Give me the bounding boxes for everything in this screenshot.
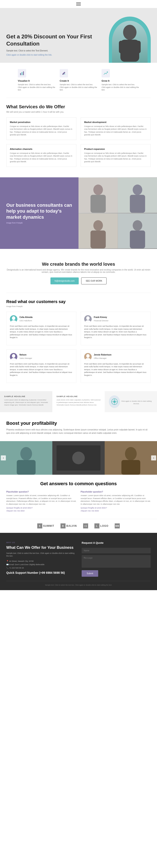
svg-rect-40 [17,460,36,475]
market-img-2 [118,177,157,213]
market-source: Image from Freepik [6,222,72,224]
author-3-info: Jennie Robertson Office Manager [94,353,111,360]
svg-point-18 [132,220,142,231]
form-name-input[interactable] [82,548,151,553]
sample-col-3: Click again or double click to start edi… [105,391,157,412]
author-0-name: Celia Almeda [19,316,33,318]
email-button[interactable]: hi@designstudio.com [50,277,79,284]
sample-headline-1: SAMPLE HEADLINE [4,395,48,398]
market-image-grid [79,177,157,249]
hero-title: Get a 20% Discount on Your First Consult… [6,33,109,48]
market-img-3 [79,213,118,249]
footer-left: WHY US What Can We Offer for Your Busine… [6,541,75,577]
hero-link[interactable]: Click again or double-click to start edi… [6,54,52,56]
footer-address: 📍 44 Street, Newark City, NY90 [6,560,75,562]
author-1: Frank Kinney Financial Director [84,315,147,323]
svg-rect-3 [136,41,141,53]
brands-description: Designstudio is an international brand a… [6,269,151,273]
gallery-img-2 [52,441,105,475]
address-icon: 📍 [6,560,9,562]
avatar-1 [84,315,92,323]
phone-icon: 📞 [6,567,9,569]
author-3-role: Office Manager [94,357,107,359]
faq-0-link-1[interactable]: Aliquam nec nisi dolor [6,510,76,512]
svg-point-30 [86,354,90,358]
footer-top: WHY US What Can We Offer for Your Busine… [6,541,151,577]
testimonial-2: Nelson Sales Manager Proin sed libero en… [6,349,76,383]
svg-point-24 [86,316,90,320]
navbar [0,0,157,8]
form-message-input[interactable] [82,555,151,568]
svg-rect-16 [90,230,106,248]
sample-col-2: SAMPLE HEADLINE Justo donec enim diam vu… [52,391,105,412]
svg-point-27 [12,354,15,358]
logo-balvin: B BALVIN [61,523,77,528]
service-1-title: Market development [84,121,147,123]
testimonial-0: Celia Almeda CEO Halciform Proin sed lib… [6,312,76,345]
author-0-role: CEO Halciform [19,320,32,322]
hero-image-placeholder [112,21,148,63]
sample-icon-circle [109,395,120,408]
market-headline: Our business consultants can help you ad… [6,202,72,220]
testimonials-title: Read what our customers say [6,299,151,304]
faq-1-link-0[interactable]: Quisque fringilla sit amet dolor? [81,507,151,509]
gallery-item-1 [0,441,52,475]
footer-email-text: Email: Don't Look Even Slightly Believab… [9,563,45,566]
author-1-info: Frank Kinney Financial Director [94,316,109,322]
svg-point-21 [12,316,15,320]
avatar-3 [84,353,92,361]
logo-summit-name: SUMMIT [43,524,54,527]
feature-grow: Grow It Sample text. Click to select the… [102,69,139,91]
service-product-expansion: Product expansion Congue ac consequat ac… [81,144,151,167]
faq-1-link-1[interactable]: Aliquam nec nisi dolor [81,510,151,512]
faq-0-link-0[interactable]: Quisque fringilla sit amet dolor? [6,507,76,509]
sample-headline-2: SAMPLE HEADLINE [56,395,101,398]
grow-icon [102,69,110,78]
hero-sample-text: Sample text. Click to select the Text El… [6,50,109,52]
brands-cta: hi@designstudio.com SEE OUR WORK [6,277,151,284]
author-1-name: Frank Kinney [94,316,109,318]
hamburger-menu[interactable] [76,2,81,5]
brands-section: We create brands the world loves Designs… [0,253,157,293]
faq-grid: Placeholder question? Answer: Lorem ipsu… [6,491,151,513]
faq-1-answer: Answer: Lorem ipsum dolor sit amet, cons… [81,494,151,505]
svg-rect-13 [130,195,145,213]
svg-rect-1 [120,40,139,62]
svg-rect-19 [130,230,145,248]
svg-point-39 [20,447,32,460]
author-2-name: Nelson [19,353,32,356]
footer: WHY US What Can We Offer for Your Busine… [0,533,157,590]
svg-point-43 [72,452,85,464]
author-0: Celia Almeda CEO Halciform [10,315,73,323]
gallery-next-button[interactable]: › [151,456,156,460]
see-work-button[interactable]: SEE OUR WORK [81,277,107,284]
testimonial-2-text: Proin sed libero enim sed faucibus turpi… [10,363,73,377]
create-icon [60,69,68,78]
footer-bottom: Sample text. Click to select the text bo… [6,581,151,586]
avatar-0 [10,315,17,323]
logo-logo-name: LOGO [100,524,109,527]
market-img-1 [79,177,118,213]
gallery-prev-button[interactable]: ‹ [1,456,6,460]
footer-bottom-text: Sample text. Click to select the text bo… [6,584,151,586]
form-submit-button[interactable]: Submit [82,570,98,577]
feature-create: Create It Sample text. Click to select t… [60,69,97,91]
hero-section: Get a 20% Discount on Your First Consult… [0,8,157,63]
testimonial-3: Jennie Robertson Office Manager Proin se… [81,349,151,383]
footer-phone-text: +1 222 543 00 44 [9,567,24,569]
logo-logo-icon: L [94,523,100,528]
testimonial-1-text: Proin sed libero enim sed faucibus turpi… [84,325,147,339]
footer-title: What Can We Offer for Your Business [6,546,75,550]
faq-0-question: Placeholder question? [6,491,76,493]
svg-rect-5 [22,72,23,75]
svg-point-9 [93,184,103,195]
sample-col-1: SAMPLE HEADLINE Lorem ipsum dolor sit ad… [0,391,52,412]
author-0-info: Celia Almeda CEO Halciform [19,316,33,322]
svg-point-0 [123,25,136,40]
feature-grow-title: Grow It [102,80,139,82]
sample-text-2: Justo donec enim diam vulputate ut phare… [56,399,101,406]
logo-balvin-icon: B [61,523,66,528]
feature-visualize-desc: Sample text. Click to select the text bo… [18,83,55,91]
service-0-desc: Congue ac consequat ac felis donec et od… [10,125,73,136]
logo-mm: MM [115,523,120,528]
